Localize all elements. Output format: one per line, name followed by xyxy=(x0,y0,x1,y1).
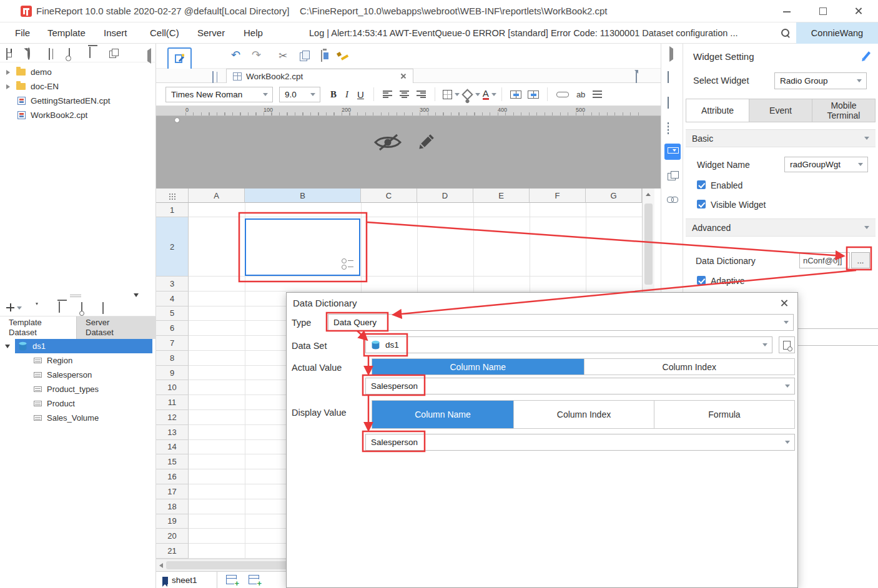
scroll-left-icon[interactable] xyxy=(159,563,163,568)
enabled-checkbox[interactable] xyxy=(697,180,706,189)
tree-item-workbook2[interactable]: WorkBook2.cpt xyxy=(0,108,156,122)
parameter-panel-canvas[interactable] xyxy=(156,116,661,189)
tree-item-gettingstarted[interactable]: GettingStartedEN.cpt xyxy=(0,94,156,108)
expand-arrow-icon[interactable] xyxy=(6,70,10,75)
row-header[interactable]: 5 xyxy=(156,306,189,321)
edit-pencil-icon[interactable] xyxy=(415,131,437,154)
italic-button[interactable]: I xyxy=(345,89,348,100)
merge-cells-icon[interactable] xyxy=(510,91,521,99)
grid-view-icon[interactable] xyxy=(212,72,214,83)
widget-settings-icon[interactable] xyxy=(664,144,681,160)
text-control-icon[interactable]: ab xyxy=(576,90,585,99)
dataset-field-product-types[interactable]: Product_types xyxy=(0,382,156,396)
dataset-node-ds1[interactable]: ds1 xyxy=(0,339,156,353)
row-header[interactable]: 15 xyxy=(156,454,189,469)
edit-widget-icon[interactable] xyxy=(863,51,871,59)
align-right-icon[interactable] xyxy=(417,91,426,98)
row-header[interactable]: 9 xyxy=(156,366,189,381)
undo-icon[interactable]: ↶ xyxy=(231,49,240,61)
widget-design-tool-button[interactable] xyxy=(167,47,192,71)
tab-column-index[interactable]: Column Index xyxy=(584,359,795,375)
grid-cell[interactable] xyxy=(189,203,642,217)
tab-formula[interactable]: Formula xyxy=(654,401,794,428)
row-header[interactable]: 12 xyxy=(156,410,189,425)
align-center-icon[interactable] xyxy=(400,91,409,98)
log-status-text[interactable]: Log | Alert:14:53:41 AWT-EventQueue-0 ER… xyxy=(309,28,737,38)
row-header[interactable]: 21 xyxy=(156,544,189,559)
menu-cell[interactable]: Cell(C) xyxy=(150,27,179,38)
dataset-view-icon[interactable] xyxy=(102,303,104,314)
select-all-corner[interactable] xyxy=(156,189,189,203)
redo-icon[interactable]: ↷ xyxy=(252,49,261,61)
radio-group-widget-cell-b2[interactable] xyxy=(245,218,360,276)
data-dictionary-more-button[interactable]: ... xyxy=(851,252,870,268)
fill-color-icon[interactable] xyxy=(461,89,473,100)
row-header[interactable]: 19 xyxy=(156,514,189,529)
delete-dataset-icon[interactable] xyxy=(59,301,60,313)
tab-column-index[interactable]: Column Index xyxy=(513,401,654,428)
type-dropdown[interactable]: Data Query xyxy=(328,314,794,331)
menu-file[interactable]: File xyxy=(15,27,30,38)
tree-item-doc-en[interactable]: doc-EN xyxy=(0,79,156,94)
visible-widget-checkbox[interactable] xyxy=(697,200,706,208)
row-header[interactable]: 6 xyxy=(156,321,189,336)
form-settings-icon[interactable] xyxy=(668,72,669,83)
vertical-scroll-thumb[interactable] xyxy=(644,203,653,285)
select-widget-dropdown[interactable]: Radio Group xyxy=(774,72,867,89)
row-header[interactable]: 10 xyxy=(156,380,189,395)
menu-server[interactable]: Server xyxy=(197,27,225,38)
column-header-e[interactable]: E xyxy=(473,189,530,203)
row-header[interactable]: 16 xyxy=(156,469,189,484)
menu-insert[interactable]: Insert xyxy=(104,27,127,38)
expand-arrow-icon[interactable] xyxy=(6,84,10,89)
column-header-b[interactable]: B xyxy=(245,189,361,203)
section-basic[interactable]: Basic xyxy=(686,129,876,147)
panel-splitter[interactable] xyxy=(0,292,156,298)
tree-item-demo[interactable]: demo xyxy=(0,65,156,79)
minimize-icon[interactable] xyxy=(782,6,792,16)
column-header-c[interactable]: C xyxy=(361,189,417,203)
column-header-g[interactable]: G xyxy=(586,189,642,203)
dataset-field-region[interactable]: Region xyxy=(0,353,156,368)
cell-element-icon[interactable] xyxy=(668,123,669,134)
row-header[interactable]: 4 xyxy=(156,292,189,306)
row-header[interactable]: 1 xyxy=(156,203,189,217)
tab-workbook2[interactable]: WorkBook2.cpt xyxy=(226,69,413,83)
bold-button[interactable]: B xyxy=(330,89,337,100)
underline-button[interactable]: U xyxy=(357,89,364,100)
row-header[interactable]: 18 xyxy=(156,499,189,514)
font-color-button[interactable]: A xyxy=(483,89,489,100)
close-icon[interactable] xyxy=(854,6,864,16)
tab-server-dataset[interactable]: Server Dataset xyxy=(76,316,152,339)
borders-icon[interactable] xyxy=(443,90,452,99)
display-value-dropdown[interactable]: Salesperson xyxy=(365,434,795,451)
expand-panel-icon[interactable] xyxy=(669,49,673,60)
menu-template[interactable]: Template xyxy=(47,27,86,38)
close-tab-icon[interactable] xyxy=(400,73,407,79)
template-grid-icon[interactable] xyxy=(49,49,50,60)
resize-handle-icon[interactable] xyxy=(174,117,180,123)
delete-icon[interactable] xyxy=(89,47,91,58)
row-header[interactable]: 14 xyxy=(156,440,189,455)
menu-help[interactable]: Help xyxy=(244,27,263,38)
section-advanced[interactable]: Advanced xyxy=(686,218,876,237)
search-icon[interactable] xyxy=(781,29,791,39)
refresh-icon[interactable] xyxy=(27,48,30,59)
preview-dataset-icon[interactable] xyxy=(81,303,82,314)
tab-attribute[interactable]: Attribute xyxy=(686,99,749,122)
tab-sheet1[interactable]: sheet1 xyxy=(156,572,217,588)
font-size-select[interactable]: 9.0 xyxy=(279,87,320,102)
paste-icon[interactable] xyxy=(321,51,322,62)
row-header[interactable]: 8 xyxy=(156,351,189,366)
hide-widget-icon[interactable] xyxy=(373,132,402,152)
tab-column-name[interactable]: Column Name xyxy=(372,401,513,428)
row-header[interactable]: 3 xyxy=(156,277,189,292)
add-ec-sheet-icon[interactable] xyxy=(249,575,259,584)
data-set-dropdown[interactable]: ds1 xyxy=(365,336,772,353)
scroll-up-icon[interactable] xyxy=(646,193,651,196)
preview-dataset-button[interactable] xyxy=(779,336,795,353)
align-left-icon[interactable] xyxy=(383,91,392,98)
wrap-text-icon[interactable] xyxy=(593,91,602,98)
row-header[interactable]: 20 xyxy=(156,529,189,544)
tab-template-dataset[interactable]: Template Dataset xyxy=(0,316,76,339)
